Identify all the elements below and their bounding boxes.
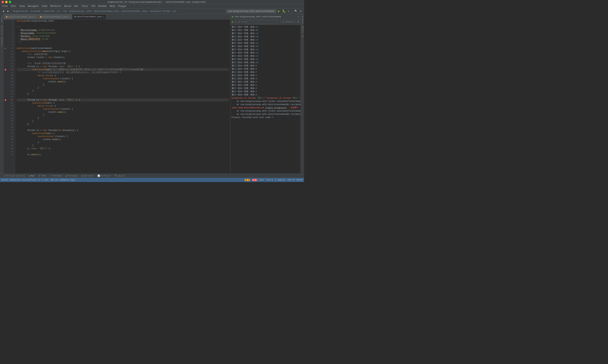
search-prev-icon[interactable]: ↑ bbox=[277, 20, 279, 24]
breadcrumb-src[interactable]: src bbox=[57, 10, 60, 12]
menu-bar: File Edit View Navigate Code Refactor Bu… bbox=[0, 4, 304, 8]
minimize-button[interactable] bbox=[5, 1, 8, 3]
error-count-badge[interactable]: ✕ 1 bbox=[252, 179, 257, 181]
gutter-cell-16 bbox=[3, 65, 7, 68]
output-line-10: 窗口一卖出一张票，剩余:12 bbox=[232, 54, 299, 58]
code-line-25: }; bbox=[17, 92, 229, 95]
run-stop-button[interactable]: ⬛ bbox=[235, 20, 237, 24]
breadcrumb-class[interactable]: SaleTicketDemo5 bbox=[121, 10, 140, 12]
tab-services[interactable]: ◉ Services bbox=[80, 174, 95, 177]
output-line-9: 窗口一卖出一张票，剩余:13 bbox=[232, 51, 299, 54]
restkit-panel-icon[interactable]: RESTkit bbox=[301, 25, 304, 34]
code-line-13: Ticket ticket = new Ticket(); bbox=[17, 56, 229, 59]
menu-navigate[interactable]: Navigate bbox=[26, 5, 40, 8]
code-line-3: /** bbox=[17, 26, 229, 28]
tab-version-control[interactable]: ⎇ Version Control bbox=[1, 174, 26, 177]
debug-button[interactable]: 🐛 bbox=[282, 9, 286, 13]
tab-problems[interactable]: ⚠ Problems bbox=[49, 174, 64, 177]
tab-profiler[interactable]: 📊 Profiler bbox=[96, 174, 113, 177]
menu-run[interactable]: Run bbox=[73, 5, 80, 8]
run-restart-button[interactable]: ▶ bbox=[232, 20, 234, 24]
run-settings-button[interactable]: ☰ bbox=[297, 20, 299, 24]
run-output[interactable]: 窗口二卖出一张票，剩余:21 窗口一卖出一张票，剩余:20 窗口一卖出一张票，剩… bbox=[231, 25, 301, 174]
tab-saletickdetdemo3[interactable]: J SaleTicketDemo3.java ✕ bbox=[4, 14, 38, 19]
link-sale-58[interactable]: SaleTicketDemo5.java:58 bbox=[283, 100, 301, 102]
breadcrumb-run[interactable]: run bbox=[172, 10, 176, 12]
tab-todo[interactable]: ☰ TODO bbox=[37, 174, 48, 177]
menu-build[interactable]: Build bbox=[63, 5, 73, 8]
output-line-16: 窗口二卖出一张票，剩余:6 bbox=[232, 74, 299, 77]
menu-edit[interactable]: Edit bbox=[9, 5, 18, 8]
run-search-input[interactable] bbox=[247, 20, 276, 24]
tab-saletickdetdemo4[interactable]: J SaleTicketDemo4.java ✕ bbox=[38, 14, 72, 19]
search-everywhere-button[interactable]: 🔍 bbox=[294, 9, 298, 13]
bookmarks-panel-icon[interactable]: Bookmarks bbox=[0, 37, 3, 47]
breadcrumb-safe[interactable]: safe bbox=[86, 10, 91, 12]
run-rerun-button[interactable]: ↺ bbox=[238, 20, 240, 24]
indent-indicator[interactable]: 4 spaces bbox=[275, 179, 285, 181]
forward-button[interactable]: ▶ bbox=[6, 9, 10, 13]
tab-terminal[interactable]: ▤ Terminal bbox=[64, 174, 79, 177]
code-line-43: }, name: "窗口三"); bbox=[17, 147, 229, 150]
create-breakpoint-link[interactable]: Create breakpoint bbox=[265, 107, 287, 109]
gutter-cell-6 bbox=[3, 35, 7, 38]
run-clear-button[interactable]: ⊗ bbox=[244, 20, 247, 24]
tab-close-icon-2[interactable]: ✕ bbox=[69, 16, 70, 18]
run-scroll-button[interactable]: ⌨ bbox=[241, 20, 243, 24]
link-run-30[interactable]: SaleTicketDemo5.java:30 bbox=[296, 113, 301, 115]
code-editor: ▶ ⬤ ⬤ 1 2 bbox=[3, 19, 230, 174]
link-run-21[interactable]: SaleTicketDemo5.java:21 bbox=[296, 103, 301, 106]
window-title: BigDataStudy [D:\DingJiaxiong\BigDataStu… bbox=[11, 1, 302, 3]
link-sale-58b[interactable]: SaleTicketDemo5.java:58 bbox=[283, 110, 301, 112]
run-config-selector[interactable]: com.dingjiaxiong.safe.SaleTicketDemo5 bbox=[226, 10, 276, 13]
menu-plugin[interactable]: Plugin bbox=[117, 5, 128, 8]
tab-close-icon[interactable]: ✕ bbox=[34, 16, 36, 18]
line-num-41: 41 bbox=[8, 141, 14, 144]
breadcrumb-module[interactable]: 01JavaSE bbox=[31, 10, 41, 12]
tab-run[interactable]: ▶ Run bbox=[27, 174, 36, 177]
search-next-icon[interactable]: ↓ bbox=[280, 20, 282, 24]
run-panel: ▶ com.dingjiaxiong.safe.SaleTicketDemo5 … bbox=[230, 14, 301, 174]
line-ending-indicator[interactable]: CRLF bbox=[259, 179, 264, 181]
code-line-45: t1.start(); bbox=[17, 153, 229, 156]
code-content[interactable]: package com.dingjiaxiong.safe; /** * @Pr… bbox=[15, 19, 230, 174]
project-panel-icon[interactable]: Project bbox=[0, 15, 3, 24]
back-button[interactable]: ◀ bbox=[1, 9, 5, 13]
run-panel-close-icon[interactable]: ✕ bbox=[298, 15, 299, 18]
toolbar-separator-2 bbox=[292, 10, 292, 13]
run-button[interactable]: ▶ bbox=[277, 9, 281, 13]
gutter-cell-19 bbox=[3, 74, 7, 77]
settings-button[interactable]: ⚙ bbox=[299, 9, 303, 13]
menu-help[interactable]: Help bbox=[108, 5, 117, 8]
menu-vcs[interactable]: VCS bbox=[90, 5, 97, 8]
maximize-button[interactable] bbox=[9, 1, 11, 3]
menu-view[interactable]: View bbox=[18, 5, 26, 8]
database-panel-icon[interactable]: Database bbox=[301, 15, 304, 25]
breadcrumb-pkg[interactable]: dingjiaxiong bbox=[69, 10, 84, 12]
tab-build[interactable]: 🔨 Build bbox=[113, 174, 126, 177]
encoding-indicator[interactable]: UTF-8 bbox=[267, 179, 273, 181]
menu-tools[interactable]: Tools bbox=[80, 5, 90, 8]
menu-code[interactable]: Code bbox=[40, 5, 49, 8]
run-filter-button[interactable]: ⚡ bbox=[294, 20, 296, 24]
menu-window[interactable]: Window bbox=[97, 5, 108, 8]
exception-line-6: at com.dingjiaxiong.safe.SaleTicketDemo5… bbox=[232, 113, 299, 116]
tab-saletickdetdemo5[interactable]: J SaleTicketDemo5.java ✕ bbox=[72, 14, 106, 19]
breadcrumb-anon[interactable]: anonymous Thread bbox=[150, 10, 170, 12]
profiler-label: Profiler bbox=[101, 175, 111, 177]
coverage-button[interactable]: ▶ bbox=[287, 9, 291, 13]
warning-count-badge[interactable]: ▲ 8 bbox=[245, 179, 250, 181]
nc-panel-icon[interactable]: NC bbox=[301, 35, 304, 38]
breadcrumb-com[interactable]: com bbox=[63, 10, 67, 12]
tab-close-icon-3[interactable]: ✕ bbox=[103, 16, 104, 18]
close-button[interactable] bbox=[1, 1, 4, 3]
breadcrumb-project[interactable]: BigDataStudy bbox=[13, 10, 28, 12]
line-num-38: 38 bbox=[8, 132, 14, 135]
output-line-15: 窗口二卖出一张票，剩余:7 bbox=[232, 71, 299, 74]
menu-refactor[interactable]: Refactor bbox=[49, 5, 63, 8]
breadcrumb-chapter[interactable]: chapter09 bbox=[43, 10, 54, 12]
breadcrumb-file[interactable]: SaleTicketDemo5.java bbox=[94, 10, 119, 12]
menu-file[interactable]: File bbox=[1, 5, 9, 8]
structure-panel-icon[interactable]: Structure bbox=[0, 25, 3, 36]
breadcrumb-main[interactable]: main bbox=[142, 10, 147, 12]
